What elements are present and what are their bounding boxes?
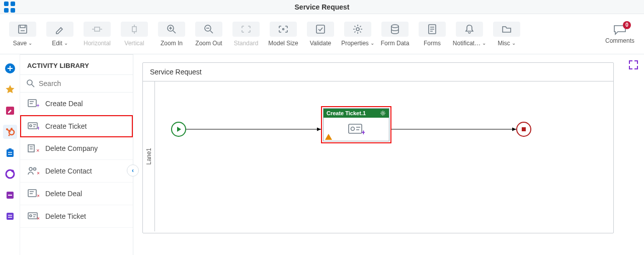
- svg-point-36: [30, 215, 32, 217]
- create-deal-icon: +: [27, 99, 39, 109]
- task-node-create-ticket[interactable]: Create Ticket.1 +: [321, 106, 391, 143]
- standard-label: Standard: [234, 40, 259, 47]
- library-item-delete-ticket[interactable]: × Delete Ticket: [20, 205, 133, 228]
- library-item-label: Create Ticket: [45, 122, 87, 130]
- svg-point-15: [8, 135, 10, 136]
- svg-rect-33: [28, 190, 36, 197]
- svg-rect-6: [316, 25, 325, 33]
- canvas-area: Service Request Lane1 Create Ticket.1: [133, 54, 644, 255]
- comments-count-badge: 0: [623, 21, 631, 29]
- svg-rect-23: [28, 100, 36, 107]
- svg-text:×: ×: [36, 147, 39, 153]
- notifications-button[interactable]: Notificat…⌄: [451, 18, 488, 50]
- apps-grid-icon[interactable]: [4, 2, 15, 13]
- warning-icon: [325, 134, 332, 140]
- library-item-create-deal[interactable]: + Create Deal: [20, 93, 133, 115]
- rail-doc2-button[interactable]: [3, 209, 17, 223]
- swimlane: Lane1 Create Ticket.1: [143, 81, 613, 231]
- loop-icon: [5, 169, 15, 179]
- vertical-button[interactable]: Vertical: [116, 18, 153, 50]
- vertical-label: Vertical: [124, 40, 144, 47]
- fit-standard-icon: [240, 25, 252, 34]
- zoom-in-label: Zoom In: [160, 40, 183, 47]
- rail-doc1-button[interactable]: [3, 188, 17, 202]
- svg-point-13: [11, 128, 13, 130]
- search-icon: [26, 79, 35, 88]
- edit-button[interactable]: Edit⌄: [41, 18, 78, 50]
- standard-zoom-button[interactable]: Standard: [227, 18, 265, 50]
- expand-icon: [628, 59, 639, 70]
- svg-text:+: +: [37, 125, 39, 131]
- validate-icon: [315, 24, 326, 35]
- forms-button[interactable]: Forms: [414, 18, 451, 50]
- model-size-icon: [278, 25, 289, 34]
- activity-library-panel: ACTIVITY LIBRARY + Create Deal + Create …: [20, 54, 133, 255]
- play-icon: [177, 127, 181, 132]
- start-node[interactable]: [171, 122, 186, 137]
- properties-button[interactable]: Properties⌄: [339, 18, 376, 50]
- rail-add-button[interactable]: [3, 61, 17, 75]
- bell-icon: [464, 24, 475, 35]
- collapse-panel-button[interactable]: ‹: [127, 164, 139, 177]
- rail-favorites-button[interactable]: [3, 82, 17, 97]
- rail-hubspot-button[interactable]: [3, 125, 17, 139]
- svg-text:×: ×: [37, 170, 39, 176]
- clipboard-icon: [5, 148, 15, 158]
- ticket-icon: +: [348, 123, 365, 136]
- canvas-title: Service Request: [143, 63, 613, 81]
- delete-ticket-icon: ×: [27, 211, 39, 221]
- zoom-in-button[interactable]: Zoom In: [153, 18, 190, 50]
- svg-rect-2: [132, 27, 136, 32]
- comments-button[interactable]: 0 Comments: [600, 24, 640, 44]
- library-item-label: Delete Ticket: [45, 212, 86, 220]
- svg-point-31: [34, 168, 36, 171]
- chevron-down-icon: ⌄: [512, 40, 516, 46]
- library-item-label: Delete Company: [45, 144, 98, 152]
- svg-rect-21: [7, 213, 14, 220]
- library-search[interactable]: [20, 74, 133, 93]
- task-label: Create Ticket.1: [327, 110, 366, 116]
- svg-rect-17: [9, 148, 12, 150]
- svg-point-40: [382, 112, 384, 114]
- svg-point-30: [29, 167, 32, 171]
- title-bar: Service Request: [0, 0, 644, 14]
- misc-button[interactable]: Misc⌄: [488, 18, 525, 50]
- process-canvas[interactable]: Service Request Lane1 Create Ticket.1: [142, 62, 614, 233]
- rail-edit-button[interactable]: [3, 104, 17, 118]
- horizontal-button[interactable]: Horizontal: [78, 18, 116, 50]
- zoom-out-button[interactable]: Zoom Out: [190, 18, 227, 50]
- form-icon: [427, 24, 437, 35]
- left-rail: [0, 54, 20, 255]
- end-node[interactable]: [516, 122, 531, 137]
- gear-icon[interactable]: [380, 110, 386, 116]
- library-item-delete-deal[interactable]: × Delete Deal: [20, 183, 133, 205]
- library-item-create-ticket[interactable]: + Create Ticket: [20, 115, 133, 137]
- model-size-label: Model Size: [268, 40, 298, 47]
- notifications-label: Notificat…: [453, 40, 480, 47]
- star-icon: [5, 84, 16, 95]
- zoom-in-icon: [166, 24, 177, 35]
- rail-clipboard-button[interactable]: [3, 146, 17, 160]
- svg-point-5: [283, 28, 284, 30]
- form-data-button[interactable]: Form Data: [376, 18, 414, 50]
- chevron-left-icon: ‹: [132, 167, 134, 174]
- chevron-down-icon: ⌄: [370, 40, 374, 46]
- library-item-delete-contact[interactable]: × Delete Contact: [20, 160, 133, 183]
- search-input[interactable]: [39, 79, 127, 88]
- expand-canvas-button[interactable]: [628, 59, 639, 72]
- svg-rect-16: [7, 149, 14, 157]
- library-list: + Create Deal + Create Ticket × Delete C…: [20, 93, 133, 255]
- edit-label: Edit: [52, 40, 62, 47]
- model-size-button[interactable]: Model Size: [265, 18, 302, 50]
- svg-rect-1: [95, 27, 100, 31]
- flow-edges: [155, 81, 613, 231]
- validate-button[interactable]: Validate: [302, 18, 339, 50]
- svg-point-42: [351, 127, 355, 131]
- rail-loop-button[interactable]: [3, 167, 17, 181]
- library-item-delete-company[interactable]: × Delete Company: [20, 137, 133, 160]
- document-icon: [5, 190, 15, 200]
- vertical-layout-icon: [130, 24, 139, 35]
- svg-point-8: [391, 25, 398, 28]
- lane-body[interactable]: Create Ticket.1 +: [155, 81, 613, 231]
- save-button[interactable]: Save⌄: [4, 18, 41, 50]
